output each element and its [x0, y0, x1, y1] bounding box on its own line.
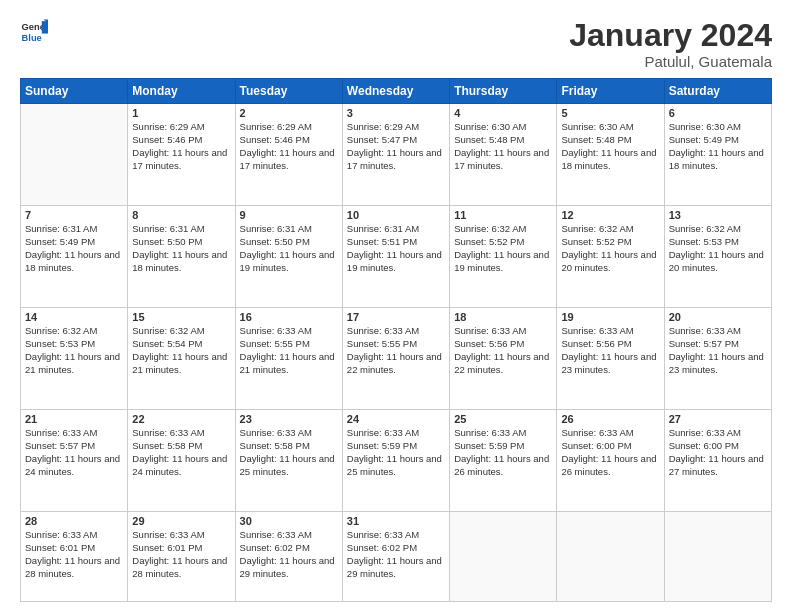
day-number: 18 [454, 311, 552, 323]
day-info: Sunrise: 6:32 AMSunset: 5:52 PMDaylight:… [454, 223, 552, 274]
logo-icon: General Blue [20, 18, 48, 46]
table-row: 1Sunrise: 6:29 AMSunset: 5:46 PMDaylight… [128, 104, 235, 206]
day-info: Sunrise: 6:29 AMSunset: 5:47 PMDaylight:… [347, 121, 445, 172]
day-info: Sunrise: 6:32 AMSunset: 5:53 PMDaylight:… [669, 223, 767, 274]
day-number: 15 [132, 311, 230, 323]
day-info: Sunrise: 6:32 AMSunset: 5:54 PMDaylight:… [132, 325, 230, 376]
col-sunday: Sunday [21, 79, 128, 104]
col-monday: Monday [128, 79, 235, 104]
day-info: Sunrise: 6:33 AMSunset: 5:59 PMDaylight:… [347, 427, 445, 478]
table-row: 31Sunrise: 6:33 AMSunset: 6:02 PMDayligh… [342, 512, 449, 602]
table-row: 13Sunrise: 6:32 AMSunset: 5:53 PMDayligh… [664, 206, 771, 308]
col-tuesday: Tuesday [235, 79, 342, 104]
day-number: 22 [132, 413, 230, 425]
table-row: 15Sunrise: 6:32 AMSunset: 5:54 PMDayligh… [128, 308, 235, 410]
day-number: 28 [25, 515, 123, 527]
day-number: 4 [454, 107, 552, 119]
table-row: 20Sunrise: 6:33 AMSunset: 5:57 PMDayligh… [664, 308, 771, 410]
day-number: 21 [25, 413, 123, 425]
day-info: Sunrise: 6:33 AMSunset: 6:00 PMDaylight:… [561, 427, 659, 478]
day-info: Sunrise: 6:33 AMSunset: 6:02 PMDaylight:… [347, 529, 445, 580]
day-number: 30 [240, 515, 338, 527]
table-row: 4Sunrise: 6:30 AMSunset: 5:48 PMDaylight… [450, 104, 557, 206]
day-info: Sunrise: 6:33 AMSunset: 6:02 PMDaylight:… [240, 529, 338, 580]
table-row [664, 512, 771, 602]
day-number: 31 [347, 515, 445, 527]
day-number: 14 [25, 311, 123, 323]
logo: General Blue [20, 18, 48, 46]
day-number: 5 [561, 107, 659, 119]
svg-text:Blue: Blue [22, 33, 42, 43]
svg-marker-2 [42, 21, 48, 33]
col-wednesday: Wednesday [342, 79, 449, 104]
table-row: 25Sunrise: 6:33 AMSunset: 5:59 PMDayligh… [450, 410, 557, 512]
day-number: 26 [561, 413, 659, 425]
day-info: Sunrise: 6:33 AMSunset: 5:55 PMDaylight:… [347, 325, 445, 376]
day-info: Sunrise: 6:29 AMSunset: 5:46 PMDaylight:… [240, 121, 338, 172]
day-number: 2 [240, 107, 338, 119]
col-thursday: Thursday [450, 79, 557, 104]
day-number: 20 [669, 311, 767, 323]
table-row: 29Sunrise: 6:33 AMSunset: 6:01 PMDayligh… [128, 512, 235, 602]
title-block: January 2024 Patulul, Guatemala [569, 18, 772, 70]
table-row [450, 512, 557, 602]
day-number: 3 [347, 107, 445, 119]
day-number: 6 [669, 107, 767, 119]
day-number: 29 [132, 515, 230, 527]
day-info: Sunrise: 6:30 AMSunset: 5:48 PMDaylight:… [454, 121, 552, 172]
day-number: 27 [669, 413, 767, 425]
col-friday: Friday [557, 79, 664, 104]
day-number: 12 [561, 209, 659, 221]
calendar-week-row: 14Sunrise: 6:32 AMSunset: 5:53 PMDayligh… [21, 308, 772, 410]
day-number: 16 [240, 311, 338, 323]
table-row: 14Sunrise: 6:32 AMSunset: 5:53 PMDayligh… [21, 308, 128, 410]
day-info: Sunrise: 6:33 AMSunset: 5:55 PMDaylight:… [240, 325, 338, 376]
calendar-week-row: 28Sunrise: 6:33 AMSunset: 6:01 PMDayligh… [21, 512, 772, 602]
day-info: Sunrise: 6:31 AMSunset: 5:51 PMDaylight:… [347, 223, 445, 274]
day-info: Sunrise: 6:30 AMSunset: 5:48 PMDaylight:… [561, 121, 659, 172]
table-row: 12Sunrise: 6:32 AMSunset: 5:52 PMDayligh… [557, 206, 664, 308]
day-info: Sunrise: 6:33 AMSunset: 5:57 PMDaylight:… [25, 427, 123, 478]
day-info: Sunrise: 6:32 AMSunset: 5:53 PMDaylight:… [25, 325, 123, 376]
day-number: 8 [132, 209, 230, 221]
table-row: 30Sunrise: 6:33 AMSunset: 6:02 PMDayligh… [235, 512, 342, 602]
day-info: Sunrise: 6:33 AMSunset: 6:01 PMDaylight:… [25, 529, 123, 580]
page: General Blue January 2024 Patulul, Guate… [0, 0, 792, 612]
day-info: Sunrise: 6:33 AMSunset: 6:01 PMDaylight:… [132, 529, 230, 580]
day-info: Sunrise: 6:31 AMSunset: 5:50 PMDaylight:… [240, 223, 338, 274]
table-row: 17Sunrise: 6:33 AMSunset: 5:55 PMDayligh… [342, 308, 449, 410]
table-row: 6Sunrise: 6:30 AMSunset: 5:49 PMDaylight… [664, 104, 771, 206]
calendar-week-row: 21Sunrise: 6:33 AMSunset: 5:57 PMDayligh… [21, 410, 772, 512]
table-row: 24Sunrise: 6:33 AMSunset: 5:59 PMDayligh… [342, 410, 449, 512]
day-number: 19 [561, 311, 659, 323]
header: General Blue January 2024 Patulul, Guate… [20, 18, 772, 70]
day-info: Sunrise: 6:29 AMSunset: 5:46 PMDaylight:… [132, 121, 230, 172]
table-row: 16Sunrise: 6:33 AMSunset: 5:55 PMDayligh… [235, 308, 342, 410]
table-row: 10Sunrise: 6:31 AMSunset: 5:51 PMDayligh… [342, 206, 449, 308]
col-saturday: Saturday [664, 79, 771, 104]
day-number: 7 [25, 209, 123, 221]
table-row: 23Sunrise: 6:33 AMSunset: 5:58 PMDayligh… [235, 410, 342, 512]
day-info: Sunrise: 6:33 AMSunset: 5:56 PMDaylight:… [561, 325, 659, 376]
calendar-table: Sunday Monday Tuesday Wednesday Thursday… [20, 78, 772, 602]
day-number: 11 [454, 209, 552, 221]
table-row [21, 104, 128, 206]
table-row: 9Sunrise: 6:31 AMSunset: 5:50 PMDaylight… [235, 206, 342, 308]
table-row: 27Sunrise: 6:33 AMSunset: 6:00 PMDayligh… [664, 410, 771, 512]
calendar-week-row: 7Sunrise: 6:31 AMSunset: 5:49 PMDaylight… [21, 206, 772, 308]
calendar-header-row: Sunday Monday Tuesday Wednesday Thursday… [21, 79, 772, 104]
day-info: Sunrise: 6:31 AMSunset: 5:49 PMDaylight:… [25, 223, 123, 274]
table-row: 11Sunrise: 6:32 AMSunset: 5:52 PMDayligh… [450, 206, 557, 308]
table-row: 19Sunrise: 6:33 AMSunset: 5:56 PMDayligh… [557, 308, 664, 410]
month-title: January 2024 [569, 18, 772, 53]
day-number: 1 [132, 107, 230, 119]
day-number: 13 [669, 209, 767, 221]
day-number: 10 [347, 209, 445, 221]
day-info: Sunrise: 6:33 AMSunset: 6:00 PMDaylight:… [669, 427, 767, 478]
day-info: Sunrise: 6:33 AMSunset: 5:59 PMDaylight:… [454, 427, 552, 478]
location: Patulul, Guatemala [569, 53, 772, 70]
day-info: Sunrise: 6:33 AMSunset: 5:58 PMDaylight:… [240, 427, 338, 478]
table-row: 5Sunrise: 6:30 AMSunset: 5:48 PMDaylight… [557, 104, 664, 206]
day-info: Sunrise: 6:31 AMSunset: 5:50 PMDaylight:… [132, 223, 230, 274]
day-number: 24 [347, 413, 445, 425]
